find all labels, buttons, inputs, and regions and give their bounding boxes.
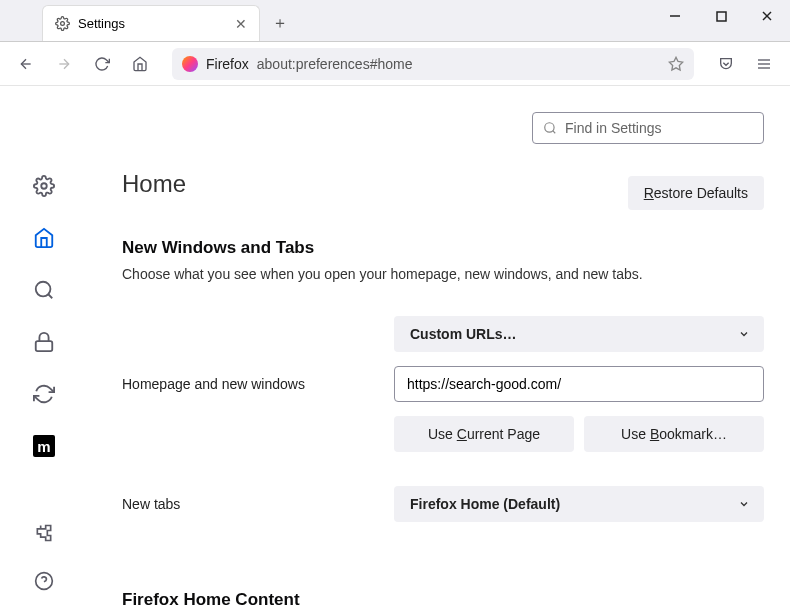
url-path: about:preferences#home — [257, 56, 413, 72]
toolbar: Firefox about:preferences#home — [0, 42, 790, 86]
window-minimize[interactable] — [652, 0, 698, 32]
section-new-windows-tabs: New Windows and Tabs — [122, 238, 764, 258]
svg-marker-7 — [669, 57, 682, 70]
sidebar-more-icon[interactable]: m — [32, 434, 56, 458]
settings-main: Find in Settings Restore Defaults Home N… — [88, 86, 790, 613]
homepage-label: Homepage and new windows — [122, 376, 382, 392]
back-button[interactable] — [10, 48, 42, 80]
home-button[interactable] — [124, 48, 156, 80]
url-label: Firefox — [206, 56, 249, 72]
homepage-mode-select[interactable]: Custom URLs… — [394, 316, 764, 352]
chevron-down-icon — [738, 328, 750, 340]
app-menu-icon[interactable] — [748, 48, 780, 80]
search-placeholder: Find in Settings — [565, 120, 662, 136]
svg-point-0 — [61, 22, 65, 26]
sidebar-sync-icon[interactable] — [32, 382, 56, 406]
svg-line-18 — [553, 131, 556, 134]
close-tab-icon[interactable]: ✕ — [235, 16, 247, 32]
svg-point-11 — [41, 183, 47, 189]
use-bookmark-button[interactable]: Use Bookmark… — [584, 416, 764, 452]
sidebar-general-icon[interactable] — [32, 174, 56, 198]
section-desc: Choose what you see when you open your h… — [122, 266, 764, 282]
tab-title: Settings — [78, 16, 125, 31]
tab-bar: Settings ✕ ＋ — [0, 0, 790, 42]
bookmark-star-icon[interactable] — [668, 56, 684, 72]
use-current-page-button[interactable]: Use Current Page — [394, 416, 574, 452]
sidebar-search-icon[interactable] — [32, 278, 56, 302]
window-close[interactable] — [744, 0, 790, 32]
find-in-settings[interactable]: Find in Settings — [532, 112, 764, 144]
restore-defaults-button[interactable]: Restore Defaults — [628, 176, 764, 210]
svg-point-12 — [36, 282, 51, 297]
gear-icon — [55, 16, 70, 31]
new-tab-button[interactable]: ＋ — [266, 9, 294, 37]
sidebar-home-icon[interactable] — [32, 226, 56, 250]
chevron-down-icon — [738, 498, 750, 510]
save-pocket-icon[interactable] — [710, 48, 742, 80]
newtabs-select[interactable]: Firefox Home (Default) — [394, 486, 764, 522]
sidebar-privacy-icon[interactable] — [32, 330, 56, 354]
forward-button[interactable] — [48, 48, 80, 80]
window-maximize[interactable] — [698, 0, 744, 32]
url-bar[interactable]: Firefox about:preferences#home — [172, 48, 694, 80]
sidebar-help-icon[interactable] — [32, 569, 56, 593]
svg-rect-14 — [36, 341, 53, 351]
firefox-logo-icon — [182, 56, 198, 72]
sidebar-extensions-icon[interactable] — [32, 521, 56, 545]
newtabs-label: New tabs — [122, 496, 382, 512]
svg-point-17 — [545, 123, 554, 132]
svg-rect-2 — [717, 12, 726, 21]
settings-sidebar: m — [0, 86, 88, 613]
svg-line-13 — [48, 294, 52, 298]
section-home-content: Firefox Home Content — [122, 590, 764, 610]
reload-button[interactable] — [86, 48, 118, 80]
homepage-url-input[interactable] — [394, 366, 764, 402]
browser-tab[interactable]: Settings ✕ — [42, 5, 260, 41]
